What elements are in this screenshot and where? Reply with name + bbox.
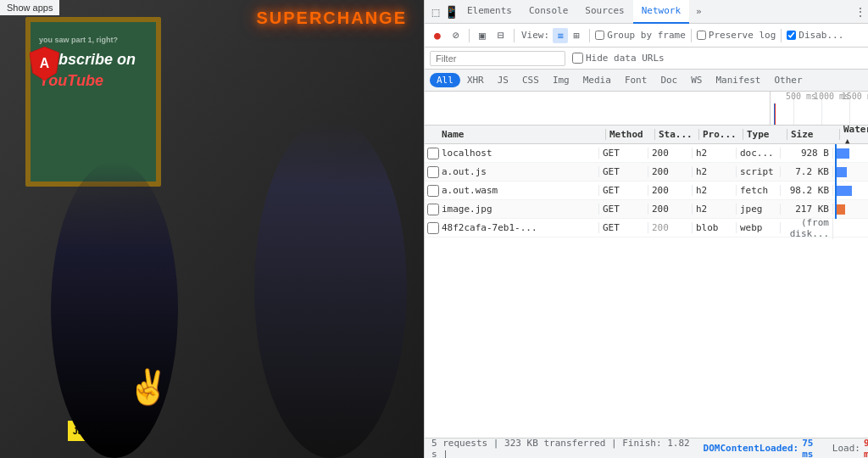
video-background: SUPERCHANGE you saw part 1, right? Subsc… (0, 0, 424, 458)
type-tab-xhr[interactable]: XHR (460, 73, 491, 87)
wf-bar-2 (837, 186, 852, 196)
cell-status-3: 200 (648, 204, 693, 215)
more-tabs-button[interactable]: » (691, 4, 707, 19)
show-apps-bar[interactable]: Show apps (0, 0, 59, 15)
type-tab-media[interactable]: Media (576, 73, 618, 87)
cell-method-2: GET (599, 185, 648, 196)
angular-logo: A (30, 47, 59, 81)
cell-name-4: 48f2cafa-7eb1-... (442, 222, 599, 233)
tab-network[interactable]: Network (633, 0, 689, 24)
table-row[interactable]: a.out.wasm GET 200 h2 fetch 98.2 KB (425, 182, 868, 200)
person-left-silhouette (51, 161, 178, 458)
tab-console[interactable]: Console (520, 0, 576, 24)
load-label: Load: (832, 443, 860, 454)
cell-waterfall-3 (833, 200, 868, 219)
tab-elements[interactable]: Elements (459, 0, 520, 24)
table-row[interactable]: a.out.js GET 200 h2 script 7.2 KB (425, 163, 868, 182)
filter-icon[interactable]: ⊟ (493, 28, 509, 43)
row-checkbox-3[interactable] (427, 204, 439, 215)
row-checkbox-0[interactable] (427, 148, 439, 159)
network-toolbar: ● ⊘ ▣ ⊟ View: ≡ ⊞ Group by frame Preserv… (425, 24, 868, 47)
preserve-log-checkbox[interactable]: Preserve log (697, 30, 776, 41)
disable-cache-checkbox[interactable]: Disab... (787, 30, 843, 41)
group-by-frame-input[interactable] (595, 31, 604, 40)
show-apps-label: Show apps (7, 3, 53, 13)
type-tab-doc[interactable]: Doc (654, 73, 684, 87)
col-header-method[interactable]: Method (606, 129, 655, 140)
wf-bar-1 (837, 167, 847, 177)
timeline-name-col (425, 92, 771, 125)
tab-sources[interactable]: Sources (576, 0, 632, 24)
row-checkbox-1[interactable] (427, 166, 439, 178)
type-tab-all[interactable]: All (430, 73, 460, 87)
type-tab-other[interactable]: Other (767, 73, 809, 87)
toolbar-divider-3 (589, 29, 590, 42)
toolbar-divider-4 (691, 29, 692, 42)
cell-status-0: 200 (648, 148, 693, 159)
cell-type-0: doc... (737, 148, 781, 159)
list-view-icon[interactable]: ≡ (553, 28, 568, 43)
type-tab-font[interactable]: Font (618, 73, 654, 87)
cell-name-3: image.jpg (442, 204, 599, 215)
dom-content-loaded-label[interactable]: DOMContentLoaded: (704, 443, 799, 454)
sort-arrow: ▲ (845, 137, 849, 145)
mobile-icon[interactable]: 📱 (443, 4, 459, 20)
group-by-frame-checkbox[interactable]: Group by frame (595, 30, 686, 41)
cell-proto-1: h2 (693, 166, 737, 177)
cell-status-1: 200 (648, 166, 693, 177)
row-checkbox-4[interactable] (427, 222, 439, 234)
col-header-status[interactable]: Sta... (655, 129, 699, 140)
settings-icon[interactable]: ⋮ (850, 2, 868, 22)
load-vline (775, 103, 776, 125)
inspector-icon[interactable]: ⬚ (428, 4, 443, 20)
row-checkbox-2[interactable] (427, 185, 439, 197)
disable-cache-input[interactable] (787, 31, 796, 40)
cell-waterfall-2 (833, 182, 868, 200)
col-header-proto[interactable]: Pro... (699, 129, 743, 140)
col-header-size[interactable]: Size (787, 129, 840, 140)
col-header-waterfall[interactable]: Waterfall ▲ (840, 124, 868, 146)
group-view-icon[interactable]: ⊞ (569, 28, 584, 43)
chalkboard: you saw part 1, right? Subscribe on YouT… (25, 17, 161, 187)
cell-proto-3: h2 (693, 204, 737, 215)
cell-size-2: 98.2 KB (781, 185, 833, 196)
filter-input[interactable] (430, 51, 565, 66)
type-tab-js[interactable]: JS (491, 73, 515, 87)
requests-text: 5 requests | 323 KB transferred | Finish… (431, 438, 700, 459)
table-row[interactable]: 48f2cafa-7eb1-... GET 200 blob webp (fro… (425, 219, 868, 237)
view-label: View: (521, 30, 549, 41)
hide-data-urls-input[interactable] (572, 53, 583, 64)
toolbar-divider-5 (781, 29, 782, 42)
devtools-right-icons: ⋮ ✕ (850, 2, 868, 22)
cell-name-2: a.out.wasm (442, 185, 599, 196)
cell-status-2: 200 (648, 185, 693, 196)
col-header-type[interactable]: Type (743, 129, 787, 140)
cell-size-0: 928 B (781, 148, 833, 159)
devtools-panel: ⬚ 📱 Elements Console Sources Network » ⋮… (424, 0, 868, 458)
cell-name-0: localhost (442, 148, 599, 159)
devtools-tab-bar: ⬚ 📱 Elements Console Sources Network » ⋮… (425, 0, 868, 24)
camera-icon[interactable]: ▣ (475, 28, 490, 43)
hide-data-urls-checkbox[interactable]: Hide data URLs (572, 53, 665, 64)
type-tab-img[interactable]: Img (546, 73, 576, 87)
neon-sign: SUPERCHANGE (256, 8, 407, 28)
type-tab-manifest[interactable]: Manifest (709, 73, 768, 87)
type-tab-ws[interactable]: WS (684, 73, 709, 87)
cell-method-1: GET (599, 166, 648, 177)
cell-waterfall-4 (833, 219, 868, 237)
preserve-log-input[interactable] (697, 31, 706, 40)
cell-proto-2: h2 (693, 185, 737, 196)
toolbar-divider-2 (514, 29, 515, 42)
col-header-name[interactable]: Name (437, 129, 606, 140)
wf-bar-0 (837, 148, 849, 159)
status-bar: 5 requests | 323 KB transferred | Finish… (425, 438, 868, 458)
cell-type-3: jpeg (737, 204, 781, 215)
record-button[interactable]: ● (430, 28, 445, 43)
table-row[interactable]: localhost GET 200 h2 doc... 928 B (425, 144, 868, 163)
stop-button[interactable]: ⊘ (448, 28, 464, 43)
cell-proto-4: blob (693, 222, 737, 233)
cell-size-1: 7.2 KB (781, 166, 833, 177)
type-tab-css[interactable]: CSS (515, 73, 546, 87)
wf-bar-3 (837, 204, 845, 215)
video-panel: Show apps SUPERCHANGE you saw part 1, ri… (0, 0, 424, 458)
